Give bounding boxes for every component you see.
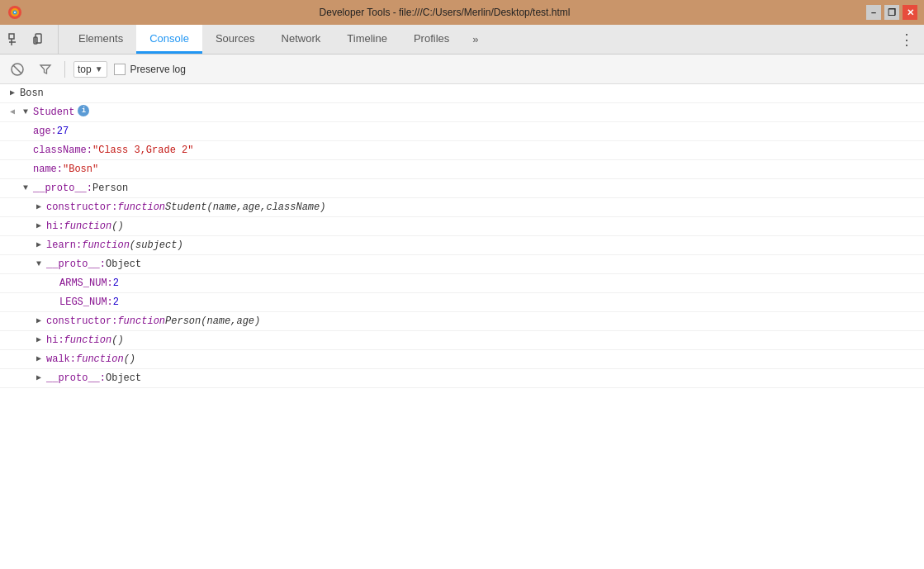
inspect-element-button[interactable]: [3, 28, 26, 51]
clear-console-button[interactable]: [7, 59, 28, 80]
log-key: name:: [33, 162, 63, 177]
log-value: Object: [106, 257, 141, 272]
log-key: __proto__:: [46, 371, 106, 386]
expand-arrow[interactable]: [33, 238, 45, 253]
log-key: LEGS_NUM:: [59, 295, 113, 310]
more-tabs-button[interactable]: »: [466, 25, 485, 54]
log-key: ARMS_NUM:: [59, 276, 113, 291]
log-line-proto2: __proto__: Object: [0, 255, 924, 274]
console-toolbar: top ▼ Preserve log: [0, 55, 924, 84]
filter-button[interactable]: [35, 59, 56, 80]
log-value: 2: [113, 295, 119, 310]
log-line-student-root: Studenti: [0, 103, 924, 122]
log-key: __proto__:: [33, 181, 92, 196]
expand-arrow[interactable]: [20, 181, 31, 196]
log-fn-keyword: function: [64, 333, 112, 348]
tabbar: Elements Console Sources Network Timelin…: [0, 25, 924, 55]
console-output: BosnStudentiage: 27className: "Class 3,G…: [0, 84, 924, 569]
tab-console[interactable]: Console: [136, 25, 202, 54]
titlebar-controls: – ❐ ✕: [866, 5, 917, 20]
no-arrow: [20, 143, 31, 158]
log-key: className:: [33, 143, 92, 158]
log-fn-name: (): [111, 333, 123, 348]
expand-arrow[interactable]: [33, 200, 45, 215]
log-key: hi:: [46, 219, 64, 234]
back-arrow[interactable]: [7, 105, 18, 120]
log-fn-name: (subject): [130, 238, 183, 253]
log-value: Object: [106, 371, 141, 386]
preserve-log-wrapper[interactable]: Preserve log: [114, 64, 186, 75]
log-key: age:: [33, 124, 57, 139]
expand-arrow[interactable]: [33, 314, 45, 329]
expand-arrow[interactable]: [33, 257, 45, 272]
log-value: Person: [92, 181, 128, 196]
log-key: walk:: [46, 352, 76, 367]
no-arrow: [46, 295, 58, 310]
log-fn-name: (): [111, 219, 123, 234]
log-value: 27: [57, 124, 69, 139]
log-fn-keyword: function: [117, 314, 165, 329]
log-line-constructor2: constructor: function Person(name,age): [0, 312, 924, 331]
tab-timeline[interactable]: Timeline: [334, 25, 400, 54]
log-line-legs: LEGS_NUM: 2: [0, 293, 924, 312]
tab-elements[interactable]: Elements: [65, 25, 136, 54]
log-key: constructor:: [46, 314, 117, 329]
log-line-name: name: "Bosn": [0, 160, 924, 179]
no-arrow: [46, 276, 58, 291]
log-value: 2: [113, 276, 119, 291]
log-fn-keyword: function: [117, 200, 165, 215]
no-arrow: [20, 162, 31, 177]
context-selector[interactable]: top ▼: [73, 61, 107, 78]
log-fn-name: Student(name,age,className): [165, 200, 325, 215]
titlebar-logo: [7, 4, 23, 21]
expand-arrow[interactable]: [33, 352, 45, 367]
tab-profiles[interactable]: Profiles: [400, 25, 462, 54]
titlebar: Developer Tools - file:///C:/Users/Merli…: [0, 0, 924, 25]
log-fn-name: (): [124, 352, 135, 367]
minimize-button[interactable]: –: [866, 5, 881, 20]
log-key: __proto__:: [46, 257, 106, 272]
settings-button[interactable]: ⋮: [893, 25, 921, 54]
expand-arrow[interactable]: [33, 333, 45, 348]
log-line-learn: learn: function (subject): [0, 236, 924, 255]
expand-arrow[interactable]: [7, 86, 18, 101]
log-line-walk: walk: function (): [0, 350, 924, 369]
log-line-hi2: hi: function (): [0, 331, 924, 350]
tab-sources[interactable]: Sources: [202, 25, 268, 54]
log-line-age: age: 27: [0, 122, 924, 141]
log-fn-name: Person(name,age): [165, 314, 260, 329]
expand-arrow[interactable]: [33, 371, 45, 386]
context-value: top: [78, 64, 92, 75]
preserve-log-checkbox[interactable]: [114, 64, 126, 75]
preserve-log-label: Preserve log: [130, 64, 186, 75]
close-button[interactable]: ✕: [903, 5, 917, 20]
no-arrow: [20, 124, 31, 139]
svg-point-3: [14, 12, 16, 13]
log-key: hi:: [46, 333, 64, 348]
log-line-hi1: hi: function (): [0, 217, 924, 236]
log-fn-keyword: function: [82, 238, 130, 253]
log-key: constructor:: [46, 200, 117, 215]
tab-network[interactable]: Network: [268, 25, 334, 54]
log-value: "Class 3,Grade 2": [92, 143, 193, 158]
log-key: learn:: [46, 238, 82, 253]
log-fn-keyword: function: [64, 219, 112, 234]
context-dropdown-arrow: ▼: [95, 64, 103, 73]
expand-arrow[interactable]: [33, 219, 45, 234]
svg-line-10: [13, 65, 21, 73]
titlebar-title: Developer Tools - file:///C:/Users/Merli…: [23, 7, 866, 18]
svg-rect-4: [9, 34, 14, 39]
log-value: "Bosn": [63, 162, 98, 177]
log-key: Student: [33, 105, 74, 120]
tabs: Elements Console Sources Network Timelin…: [65, 25, 462, 54]
toolbar-separator: [64, 61, 65, 78]
svg-rect-7: [36, 34, 41, 43]
log-line-proto1: __proto__: Person: [0, 179, 924, 198]
log-line-constructor1: constructor: function Student(name,age,c…: [0, 198, 924, 217]
device-mode-button[interactable]: [28, 28, 51, 51]
log-key: Bosn: [20, 86, 44, 101]
maximize-button[interactable]: ❐: [884, 5, 899, 20]
expand-arrow[interactable]: [20, 105, 31, 120]
log-line-proto3: __proto__: Object: [0, 369, 924, 388]
log-line-bosn-root: Bosn: [0, 84, 924, 103]
